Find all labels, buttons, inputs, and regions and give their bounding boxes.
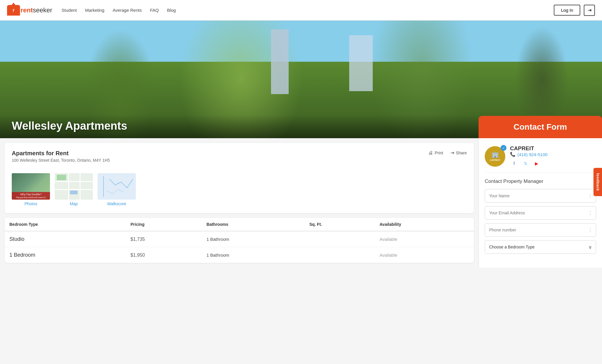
phone-icon: 📞 — [510, 152, 516, 157]
property-images: Why Pay Double?Pay just first month and … — [12, 173, 467, 206]
svg-line-2 — [115, 182, 121, 185]
manager-details: CAPREIT 📞 (416) 924-5100 f 𝕏 ▶ — [510, 145, 548, 168]
twitter-icon[interactable]: 𝕏 — [521, 159, 529, 168]
youtube-icon[interactable]: ▶ — [532, 159, 541, 168]
availability-studio: Available — [375, 231, 474, 247]
map-water — [70, 191, 78, 195]
email-field-wrap: ⋮ — [485, 206, 596, 220]
bedroom-type-studio: Studio — [5, 231, 126, 247]
email-input-icon: ⋮ — [588, 210, 593, 216]
property-card: Apartments for Rent 100 Wellesley Street… — [5, 143, 474, 213]
property-hero-title: Wellesley Apartments — [12, 120, 127, 132]
ad-overlay: Why Pay Double?Pay just first month and … — [12, 192, 50, 200]
logo-icon: r — [7, 5, 20, 16]
nav-faq[interactable]: FAQ — [150, 8, 159, 13]
svg-line-3 — [121, 182, 127, 188]
logo-brand: rent — [21, 6, 33, 14]
hero-section: Wellesley Apartments Contact Form — [0, 21, 602, 138]
contact-form-header: Contact Form — [479, 116, 602, 138]
hero-building-2 — [349, 35, 373, 91]
bedroom-type-1bed: 1 Bedroom — [5, 247, 126, 263]
share-nav-button[interactable]: ⇥ — [584, 5, 595, 16]
map-road — [68, 173, 69, 200]
map-park — [57, 175, 66, 181]
bedroom-select-wrap: Choose a Bedroom Type Studio 1 Bedroom 2… — [485, 240, 596, 254]
price-studio: $1,735 — [126, 231, 202, 247]
facebook-icon[interactable]: f — [510, 159, 518, 168]
phone-input-icon: ⋮ — [588, 227, 593, 233]
login-button[interactable]: Log In — [554, 5, 580, 16]
map-grid — [55, 173, 93, 200]
share-icon: ⇥ — [450, 150, 454, 156]
print-button[interactable]: 🖨 Print — [428, 150, 443, 156]
logo-suffix: seeker — [33, 6, 52, 14]
nav-right: Log In ⇥ — [554, 5, 595, 16]
email-input[interactable] — [485, 206, 596, 220]
map-road — [55, 189, 93, 190]
listings-table: Bedroom Type Pricing Bathrooms Sq. Ft. A… — [5, 218, 474, 263]
manager-info: 🏢 CAPREIT ✓ CAPREIT 📞 (416) 924-5100 f 𝕏… — [485, 145, 596, 173]
nav-blog[interactable]: Blog — [167, 8, 176, 13]
walkscore-thumb[interactable]: Walkscore — [98, 173, 136, 206]
phone-input[interactable] — [485, 223, 596, 237]
col-bathrooms: Bathrooms — [202, 218, 305, 231]
map-label[interactable]: Map — [55, 201, 93, 206]
nav-average-rents[interactable]: Average Rents — [113, 8, 142, 13]
verified-badge: ✓ — [501, 145, 506, 151]
logo-text: rentseeker — [21, 6, 52, 14]
photos-thumb[interactable]: Why Pay Double?Pay just first month and … — [12, 173, 50, 206]
property-info: Apartments for Rent 100 Wellesley Street… — [12, 150, 110, 168]
table-row: 1 Bedroom $1,950 1 Bathroom Available — [5, 247, 474, 263]
col-bedroom-type: Bedroom Type — [5, 218, 126, 231]
map-thumb[interactable]: Map — [55, 173, 93, 206]
sqft-studio — [305, 231, 375, 247]
photos-box: Why Pay Double?Pay just first month and … — [12, 173, 50, 200]
property-address: 100 Wellesley Street East, Toronto, Onta… — [12, 158, 110, 163]
hero-building-1 — [271, 29, 289, 94]
phone-number: (416) 924-5100 — [517, 152, 548, 157]
bedroom-select[interactable]: Choose a Bedroom Type Studio 1 Bedroom 2… — [485, 240, 596, 254]
nav-marketing[interactable]: Marketing — [85, 8, 104, 13]
walkscore-label[interactable]: Walkscore — [98, 201, 136, 206]
price-1bed: $1,950 — [126, 247, 202, 263]
svg-line-1 — [109, 179, 115, 185]
svg-line-7 — [118, 189, 124, 192]
map-road — [80, 173, 81, 200]
listings-table-wrap: Bedroom Type Pricing Bathrooms Sq. Ft. A… — [5, 218, 474, 263]
map-road — [55, 181, 93, 182]
logo[interactable]: r rentseeker — [7, 5, 52, 16]
navbar: r rentseeker Student Marketing Average R… — [0, 0, 602, 21]
property-top: Apartments for Rent 100 Wellesley Street… — [12, 150, 467, 168]
contact-property-title: Contact Property Manager — [485, 178, 596, 184]
availability-1bed: Available — [375, 247, 474, 263]
col-availability: Availability — [375, 218, 474, 231]
col-pricing: Pricing — [126, 218, 202, 231]
name-input-icon: ⋮ — [588, 193, 593, 199]
sidebar: 🏢 CAPREIT ✓ CAPREIT 📞 (416) 924-5100 f 𝕏… — [479, 138, 602, 268]
svg-line-4 — [127, 179, 133, 188]
contact-property-section: Contact Property Manager ⋮ ⋮ ⋮ Choose a … — [485, 178, 596, 254]
name-input[interactable] — [485, 189, 596, 203]
walkscore-box — [98, 173, 136, 200]
share-nav-icon: ⇥ — [588, 7, 591, 13]
property-actions: 🖨 Print ⇥ Share — [428, 150, 467, 156]
main-layout: Apartments for Rent 100 Wellesley Street… — [0, 138, 602, 268]
manager-phone[interactable]: 📞 (416) 924-5100 — [510, 152, 548, 157]
content-area: Apartments for Rent 100 Wellesley Street… — [0, 138, 479, 268]
map-box — [55, 173, 93, 200]
walkscore-svg — [98, 173, 136, 200]
svg-line-5 — [106, 191, 112, 194]
svg-line-6 — [112, 189, 118, 194]
photos-label[interactable]: Photos — [12, 201, 50, 206]
table-row: Studio $1,735 1 Bathroom Available — [5, 231, 474, 247]
print-icon: 🖨 — [428, 150, 433, 156]
feedback-tab[interactable]: feedback — [593, 168, 602, 196]
col-sqft: Sq. Ft. — [305, 218, 375, 231]
table-header-row: Bedroom Type Pricing Bathrooms Sq. Ft. A… — [5, 218, 474, 231]
bathrooms-studio: 1 Bathroom — [202, 231, 305, 247]
manager-logo: 🏢 CAPREIT ✓ — [485, 146, 505, 167]
share-button[interactable]: ⇥ Share — [450, 150, 467, 156]
contact-form-title: Contact Form — [514, 122, 567, 131]
nav-student[interactable]: Student — [62, 8, 77, 13]
logo-icon-text: r — [13, 8, 14, 13]
